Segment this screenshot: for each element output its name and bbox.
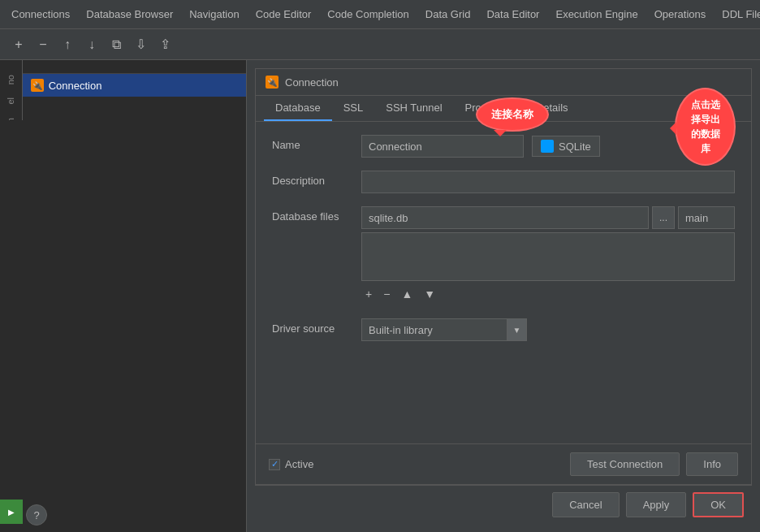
cancel-button[interactable]: Cancel bbox=[552, 492, 619, 517]
name-label: Name bbox=[272, 135, 361, 151]
remove-button[interactable]: − bbox=[32, 34, 54, 55]
connection-list-item[interactable]: 🔌 Connection bbox=[23, 74, 246, 97]
callout-connection-name: 连接名称 bbox=[476, 97, 549, 132]
sqlite-badge[interactable]: SQLite bbox=[532, 136, 600, 157]
menu-code-editor[interactable]: Code Editor bbox=[248, 3, 320, 25]
tab-ssl[interactable]: SSL bbox=[332, 96, 375, 121]
menu-ddl-files[interactable]: DDL Files bbox=[714, 3, 760, 25]
db-file-row: ... bbox=[361, 206, 735, 229]
dialog-bottom: Active Test Connection Info bbox=[256, 443, 751, 484]
form-content: Name SQLite Description bbox=[256, 122, 751, 443]
driver-select-wrap: Built-in library Custom ▼ bbox=[361, 318, 735, 341]
move-down-button[interactable]: ↓ bbox=[81, 34, 102, 55]
driver-source-row: Driver source Built-in library Custom ▼ bbox=[272, 318, 735, 341]
menu-data-editor[interactable]: Data Editor bbox=[478, 3, 547, 25]
description-row: Description bbox=[272, 171, 735, 193]
connection-list-header bbox=[23, 60, 246, 74]
help-button[interactable]: ? bbox=[26, 504, 47, 526]
main-layout: no el ain onn ▶ 🔌 Connection 🔌 Connectio… bbox=[0, 60, 760, 532]
dialog-connection-icon: 🔌 bbox=[266, 76, 279, 89]
left-sidebar: no el ain onn ▶ bbox=[0, 60, 23, 532]
menu-code-completion[interactable]: Code Completion bbox=[319, 3, 417, 25]
action-bar: Cancel Apply OK bbox=[255, 485, 752, 524]
callout2-text: 点击选择导出的数据库 bbox=[691, 99, 720, 154]
menu-execution-engine[interactable]: Execution Engine bbox=[547, 3, 646, 25]
import-button[interactable]: ⇩ bbox=[130, 34, 151, 55]
dialog-right-btns: Test Connection Info bbox=[570, 452, 738, 476]
move-up-button[interactable]: ↑ bbox=[57, 34, 78, 55]
connection-list-panel: 🔌 Connection bbox=[23, 60, 247, 532]
description-field bbox=[361, 171, 735, 193]
sidebar-item-el[interactable]: el bbox=[2, 91, 19, 111]
files-remove-btn[interactable]: − bbox=[379, 286, 394, 302]
info-button[interactable]: Info bbox=[686, 452, 738, 476]
tab-database[interactable]: Database bbox=[264, 96, 332, 121]
connection-item-label: Connection bbox=[49, 80, 102, 92]
files-up-btn[interactable]: ▲ bbox=[397, 286, 417, 302]
active-checkbox-group: Active bbox=[269, 458, 313, 470]
add-button[interactable]: + bbox=[8, 34, 29, 55]
driver-source-field: Built-in library Custom ▼ bbox=[361, 318, 735, 341]
dialog-title: Connection bbox=[285, 76, 339, 89]
sidebar-indicator[interactable]: ▶ bbox=[0, 500, 23, 524]
db-files-field: ... + − ▲ ▼ bbox=[361, 206, 735, 302]
db-files-label: Database files bbox=[272, 206, 361, 223]
description-label: Description bbox=[272, 171, 361, 187]
db-file-input[interactable] bbox=[361, 206, 649, 229]
test-connection-button[interactable]: Test Connection bbox=[570, 452, 680, 476]
db-alias-input[interactable] bbox=[678, 206, 735, 229]
toolbar: + − ↑ ↓ ⧉ ⇩ ⇪ bbox=[0, 29, 760, 60]
connection-item-icon: 🔌 bbox=[31, 79, 44, 92]
menu-database-browser[interactable]: Database Browser bbox=[78, 3, 181, 25]
dialog-header: 🔌 Connection bbox=[256, 69, 751, 96]
files-add-btn[interactable]: + bbox=[361, 286, 376, 302]
description-input[interactable] bbox=[361, 171, 735, 193]
menu-data-grid[interactable]: Data Grid bbox=[417, 3, 479, 25]
db-files-area bbox=[361, 232, 735, 281]
menu-navigation[interactable]: Navigation bbox=[181, 3, 247, 25]
copy-button[interactable]: ⧉ bbox=[106, 34, 127, 55]
db-file-browse-btn[interactable]: ... bbox=[652, 206, 675, 229]
menu-connections[interactable]: Connections bbox=[3, 3, 78, 25]
ok-button[interactable]: OK bbox=[693, 492, 744, 517]
driver-source-select[interactable]: Built-in library Custom bbox=[361, 318, 507, 341]
active-label: Active bbox=[285, 458, 313, 470]
db-files-row: Database files ... + − ▲ ▼ bbox=[272, 206, 735, 302]
files-down-btn[interactable]: ▼ bbox=[420, 286, 439, 302]
apply-button[interactable]: Apply bbox=[626, 492, 687, 517]
sqlite-icon bbox=[541, 140, 554, 153]
select-arrow-icon: ▼ bbox=[507, 318, 527, 341]
export-button[interactable]: ⇪ bbox=[154, 34, 175, 55]
sidebar-item-no[interactable]: no bbox=[2, 68, 19, 91]
menu-bar: Connections Database Browser Navigation … bbox=[0, 0, 760, 29]
callout-select-db: 点击选择导出的数据库 bbox=[675, 88, 736, 166]
tab-ssh-tunnel[interactable]: SSH Tunnel bbox=[374, 96, 453, 121]
driver-source-label: Driver source bbox=[272, 318, 361, 335]
active-checkbox[interactable] bbox=[269, 459, 280, 470]
sqlite-label: SQLite bbox=[559, 141, 591, 153]
files-toolbar: + − ▲ ▼ bbox=[361, 286, 735, 302]
menu-operations[interactable]: Operations bbox=[646, 3, 715, 25]
